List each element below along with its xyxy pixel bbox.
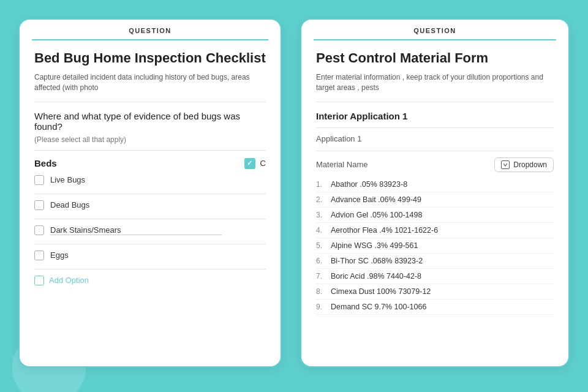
material-text: Aerothor Flea .4% 1021-1622-6 <box>331 226 438 235</box>
left-divider-3 <box>34 194 266 194</box>
material-text: Boric Acid .98% 7440-42-8 <box>331 272 421 281</box>
material-text: Bi-Thor SC .068% 83923-2 <box>331 257 423 265</box>
material-item: 2.Advance Bait .06% 499-49 <box>316 192 554 208</box>
material-item: 5.Alpine WSG .3% 499-561 <box>316 238 554 254</box>
left-divider-5 <box>34 244 266 244</box>
beds-right: C <box>244 158 266 169</box>
checkbox-item-eggs: Eggs <box>34 251 266 260</box>
left-card-title: Bed Bug Home Inspection Checklist <box>34 50 266 66</box>
left-subtext: (Please select all that apply) <box>34 135 266 144</box>
live-bugs-label: Live Bugs <box>50 175 85 184</box>
material-num: 2. <box>316 195 327 204</box>
material-item: 8.Cimexa Dust 100% 73079-12 <box>316 284 554 300</box>
beds-header-row: Beds C <box>34 158 266 169</box>
material-item: 7.Boric Acid .98% 7440-42-8 <box>316 269 554 284</box>
right-divider-2 <box>316 127 554 128</box>
checkbox-item-dead-bugs: Dead Bugs <box>34 200 266 210</box>
checkbox-item-live-bugs: Live Bugs <box>34 175 266 185</box>
dark-stains-input[interactable] <box>50 225 222 235</box>
material-text: Demand SC 9.7% 100-1066 <box>331 303 426 311</box>
left-divider-1 <box>34 102 266 102</box>
left-card: QUESTION Bed Bug Home Inspection Checkli… <box>18 18 282 368</box>
material-num: 3. <box>316 211 327 219</box>
material-text: Cimexa Dust 100% 73079-12 <box>331 287 431 296</box>
beds-c-label: C <box>260 159 266 168</box>
beds-title: Beds <box>34 158 57 168</box>
eggs-label: Eggs <box>50 251 69 260</box>
material-item: 4.Aerothor Flea .4% 1021-1622-6 <box>316 223 554 238</box>
material-num: 1. <box>316 180 327 189</box>
material-text: Advion Gel .05% 100-1498 <box>331 211 422 219</box>
material-name-label: Material Name <box>316 160 368 169</box>
left-divider-4 <box>34 219 266 219</box>
dropdown-button[interactable]: Dropdown <box>494 157 554 172</box>
checkbox-dead-bugs[interactable] <box>34 200 44 210</box>
material-num: 8. <box>316 287 327 296</box>
material-num: 6. <box>316 257 327 265</box>
dead-bugs-label: Dead Bugs <box>50 200 89 209</box>
material-list: 1.Abathor .05% 83923-82.Advance Bait .06… <box>316 177 554 315</box>
right-card: QUESTION Pest Control Material Form Ente… <box>300 18 570 368</box>
left-card-header-label: QUESTION <box>20 20 281 39</box>
left-question-text: Where and what type of evidence of bed b… <box>34 111 266 132</box>
checkbox-eggs[interactable] <box>34 251 44 260</box>
material-item: 1.Abathor .05% 83923-8 <box>316 177 554 192</box>
application-label: Application 1 <box>316 134 554 143</box>
material-item: 6.Bi-Thor SC .068% 83923-2 <box>316 254 554 269</box>
material-num: 9. <box>316 303 327 311</box>
dropdown-icon <box>501 160 510 169</box>
add-option-button[interactable]: Add Option <box>34 276 266 285</box>
dropdown-label: Dropdown <box>513 160 547 169</box>
left-card-description: Capture detailed incident data including… <box>34 72 266 93</box>
checkbox-item-dark-stains <box>34 225 266 235</box>
interior-application-title: Interior Application 1 <box>316 111 554 121</box>
material-num: 7. <box>316 272 327 281</box>
left-divider-6 <box>34 269 266 270</box>
material-item: 9.Demand SC 9.7% 100-1066 <box>316 300 554 315</box>
add-option-label: Add Option <box>49 276 89 285</box>
material-text: Abathor .05% 83923-8 <box>331 180 407 189</box>
add-option-icon <box>34 276 44 285</box>
checkbox-live-bugs[interactable] <box>34 175 44 185</box>
material-num: 5. <box>316 241 327 250</box>
material-item: 3.Advion Gel .05% 100-1498 <box>316 208 554 223</box>
left-divider-2 <box>34 150 266 151</box>
right-card-header-label: QUESTION <box>301 20 568 39</box>
right-card-title: Pest Control Material Form <box>316 50 554 66</box>
material-header-row: Material Name Dropdown <box>316 157 554 172</box>
beds-checked-box[interactable] <box>244 158 255 169</box>
material-text: Advance Bait .06% 499-49 <box>331 195 421 204</box>
right-divider-1 <box>316 102 554 102</box>
checkbox-dark-stains[interactable] <box>34 225 44 235</box>
material-num: 4. <box>316 226 327 235</box>
right-card-description: Enter material information , keep track … <box>316 72 554 93</box>
right-divider-3 <box>316 151 554 151</box>
material-text: Alpine WSG .3% 499-561 <box>331 241 418 250</box>
